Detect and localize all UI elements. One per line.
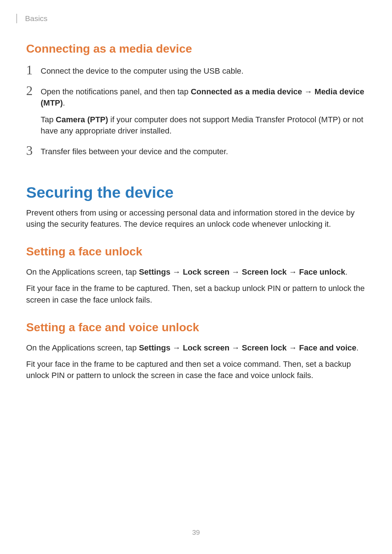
step-text-secondary: Tap Camera (PTP) if your computer does n… bbox=[41, 114, 366, 137]
step-text: Open the notifications panel, and then t… bbox=[41, 86, 366, 109]
face-voice-unlock-desc: Fit your face in the frame to be capture… bbox=[26, 358, 366, 381]
step-text: Connect the device to the computer using… bbox=[41, 66, 366, 77]
page-content: Connecting as a media device 1 Connect t… bbox=[0, 42, 392, 381]
main-heading-securing: Securing the device bbox=[26, 184, 366, 201]
step-1: 1 Connect the device to the computer usi… bbox=[26, 63, 366, 77]
step-number: 1 bbox=[26, 63, 38, 77]
breadcrumb-label: Basics bbox=[25, 14, 48, 23]
section-heading-face-unlock: Setting a face unlock bbox=[26, 245, 366, 258]
step-body: Transfer files between your device and t… bbox=[41, 144, 366, 157]
step-2: 2 Open the notifications panel, and then… bbox=[26, 84, 366, 137]
step-number: 3 bbox=[26, 144, 38, 157]
section-heading-face-voice-unlock: Setting a face and voice unlock bbox=[26, 321, 366, 334]
step-text: Transfer files between your device and t… bbox=[41, 146, 366, 157]
steps-list: 1 Connect the device to the computer usi… bbox=[26, 63, 366, 157]
page-number: 39 bbox=[0, 529, 392, 537]
intro-paragraph: Prevent others from using or accessing p… bbox=[26, 207, 366, 230]
step-body: Connect the device to the computer using… bbox=[41, 63, 366, 77]
face-unlock-desc: Fit your face in the frame to be capture… bbox=[26, 283, 366, 305]
section-heading-media-device: Connecting as a media device bbox=[26, 42, 366, 56]
step-body: Open the notifications panel, and then t… bbox=[41, 84, 366, 137]
face-unlock-path: On the Applications screen, tap Settings… bbox=[26, 266, 366, 278]
face-voice-unlock-path: On the Applications screen, tap Settings… bbox=[26, 342, 366, 353]
page-header: Basics bbox=[0, 0, 392, 23]
step-3: 3 Transfer files between your device and… bbox=[26, 144, 366, 157]
step-number: 2 bbox=[26, 84, 38, 97]
header-divider bbox=[16, 14, 17, 23]
